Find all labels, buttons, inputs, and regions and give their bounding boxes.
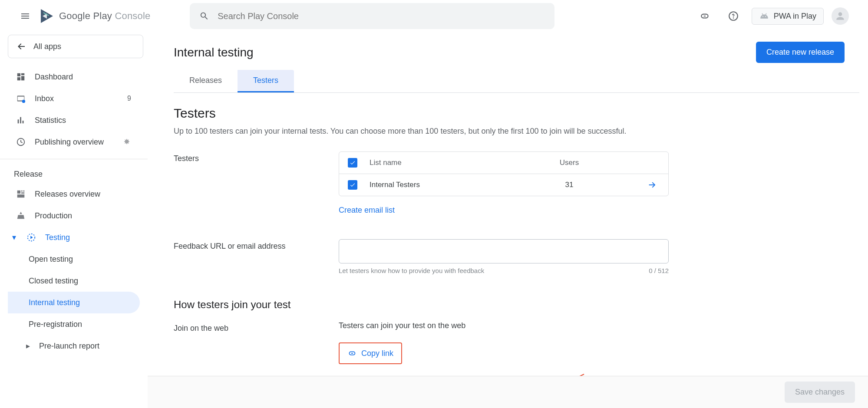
testers-table: List name Users Internal Testers 31 bbox=[339, 151, 669, 196]
sidebar-item-label: Production bbox=[35, 211, 72, 220]
join-heading: How testers join your test bbox=[174, 299, 859, 311]
sidebar-item-closed-testing[interactable]: Closed testing bbox=[8, 270, 140, 292]
sidebar-item-label: Statistics bbox=[35, 116, 66, 125]
all-apps-button[interactable]: All apps bbox=[8, 35, 143, 58]
arrow-right-icon bbox=[647, 180, 657, 190]
table-row[interactable]: Internal Testers 31 bbox=[339, 174, 668, 196]
svg-point-3 bbox=[22, 100, 25, 103]
table-header: List name Users bbox=[339, 152, 668, 174]
testing-icon bbox=[26, 233, 36, 242]
search-icon bbox=[199, 11, 209, 21]
statistics-icon bbox=[16, 115, 26, 125]
sidebar-item-label: Inbox bbox=[35, 94, 54, 103]
all-apps-label: All apps bbox=[33, 42, 61, 51]
inbox-badge: 9 bbox=[127, 95, 135, 102]
page-title: Internal testing bbox=[174, 46, 254, 59]
save-changes-button[interactable]: Save changes bbox=[785, 382, 855, 403]
sidebar-item-testing[interactable]: ▾ Testing bbox=[8, 227, 140, 248]
app-chip-label: PWA in Play bbox=[774, 12, 816, 21]
footer-bar: Save changes bbox=[148, 376, 868, 408]
svg-marker-6 bbox=[30, 236, 33, 239]
col-list-name: List name bbox=[370, 158, 521, 167]
copy-link-button[interactable]: Copy link bbox=[339, 342, 402, 364]
search-box[interactable] bbox=[190, 3, 554, 29]
sidebar-section-release: Release bbox=[8, 159, 143, 183]
sidebar-item-label: Closed testing bbox=[29, 276, 78, 286]
sidebar: All apps Dashboard Inbox 9 Statistics Pu… bbox=[0, 32, 148, 408]
arrow-left-icon bbox=[16, 41, 26, 52]
production-icon bbox=[16, 211, 26, 220]
sidebar-item-label: Publishing overview bbox=[35, 138, 104, 147]
dashboard-icon bbox=[16, 72, 26, 82]
testers-desc: Up to 100 testers can join your internal… bbox=[174, 127, 859, 136]
account-avatar[interactable] bbox=[832, 7, 849, 25]
sidebar-item-inbox[interactable]: Inbox 9 bbox=[8, 88, 140, 109]
row-checkbox[interactable] bbox=[348, 180, 357, 190]
row-users: 31 bbox=[521, 181, 617, 189]
releases-overview-icon bbox=[16, 189, 26, 199]
sidebar-item-production[interactable]: Production bbox=[8, 205, 140, 227]
sidebar-item-statistics[interactable]: Statistics bbox=[8, 109, 140, 131]
svg-point-2 bbox=[765, 16, 766, 17]
feedback-input[interactable] bbox=[339, 239, 669, 263]
create-email-list-link[interactable]: Create email list bbox=[339, 206, 395, 215]
tab-releases[interactable]: Releases bbox=[174, 70, 238, 92]
search-input[interactable] bbox=[218, 11, 545, 21]
play-console-icon bbox=[38, 7, 56, 25]
caret-down-icon: ▾ bbox=[12, 233, 20, 242]
main-content: Internal testing Create new release Rele… bbox=[148, 32, 868, 408]
person-icon bbox=[835, 10, 846, 22]
feedback-helper: Let testers know how to provide you with… bbox=[339, 267, 484, 274]
create-new-release-button[interactable]: Create new release bbox=[756, 42, 845, 63]
brand-text: Google Play Console bbox=[59, 10, 151, 22]
join-label: Join on the web bbox=[174, 321, 339, 364]
copy-link-label: Copy link bbox=[361, 349, 393, 358]
sidebar-item-label: Pre-registration bbox=[29, 320, 82, 329]
sidebar-item-label: Pre-launch report bbox=[39, 342, 99, 351]
sidebar-item-internal-testing[interactable]: Internal testing bbox=[8, 292, 140, 313]
col-users: Users bbox=[521, 158, 617, 167]
sidebar-item-label: Releases overview bbox=[35, 190, 100, 199]
sidebar-item-label: Testing bbox=[45, 233, 70, 242]
menu-icon bbox=[20, 11, 30, 21]
hamburger-menu[interactable] bbox=[15, 6, 36, 26]
sidebar-item-dashboard[interactable]: Dashboard bbox=[8, 66, 140, 88]
caret-right-icon: ▸ bbox=[26, 341, 34, 351]
tab-testers[interactable]: Testers bbox=[238, 70, 294, 92]
sidebar-item-label: Dashboard bbox=[35, 72, 73, 82]
android-icon bbox=[759, 12, 769, 20]
link-button[interactable] bbox=[694, 6, 715, 26]
inbox-icon bbox=[16, 94, 26, 103]
testers-heading: Testers bbox=[174, 106, 859, 121]
link-icon bbox=[347, 349, 357, 358]
sidebar-item-pre-launch-report[interactable]: ▸ Pre-launch report bbox=[8, 335, 140, 357]
sidebar-item-publishing-overview[interactable]: Publishing overview bbox=[8, 131, 140, 153]
help-icon bbox=[728, 10, 739, 22]
join-desc: Testers can join your test on the web bbox=[339, 321, 465, 330]
sidebar-item-label: Open testing bbox=[29, 255, 73, 264]
testers-label: Testers bbox=[174, 151, 339, 215]
row-list-name: Internal Testers bbox=[370, 181, 521, 189]
sidebar-item-label: Internal testing bbox=[29, 298, 80, 307]
svg-point-1 bbox=[762, 16, 763, 17]
tabs: Releases Testers bbox=[174, 70, 859, 93]
sidebar-item-releases-overview[interactable]: Releases overview bbox=[8, 183, 140, 205]
sidebar-item-pre-registration[interactable]: Pre-registration bbox=[8, 313, 140, 335]
feedback-counter: 0 / 512 bbox=[649, 267, 669, 274]
select-all-checkbox[interactable] bbox=[348, 158, 357, 168]
app-chip[interactable]: PWA in Play bbox=[752, 8, 824, 25]
publishing-icon bbox=[16, 137, 26, 147]
publish-trail-icon bbox=[122, 138, 135, 146]
feedback-label: Feedback URL or email address bbox=[174, 239, 339, 274]
brand-logo[interactable]: Google Play Console bbox=[38, 7, 151, 25]
link-icon bbox=[699, 10, 710, 22]
row-open[interactable] bbox=[617, 180, 660, 190]
help-button[interactable] bbox=[723, 6, 744, 26]
sidebar-item-open-testing[interactable]: Open testing bbox=[8, 248, 140, 270]
